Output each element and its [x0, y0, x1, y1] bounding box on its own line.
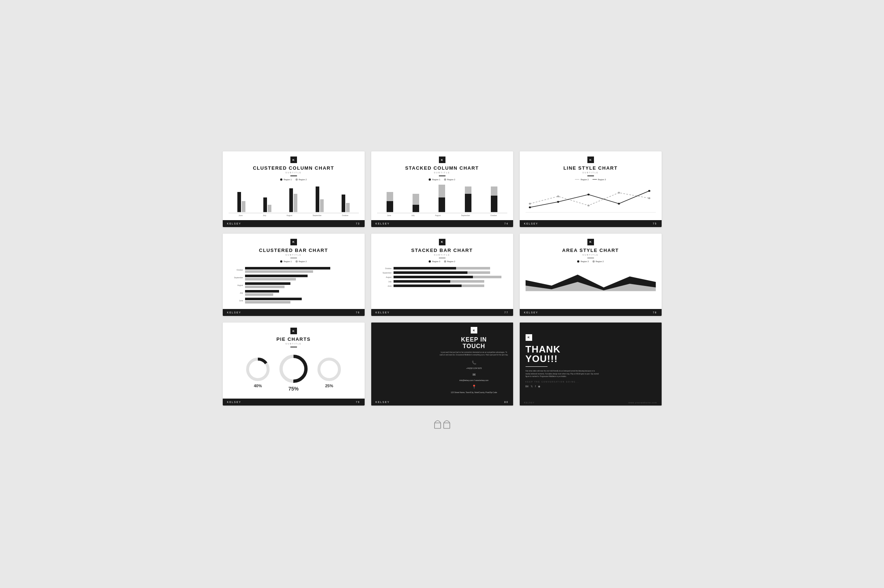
- svg-rect-30: [435, 423, 441, 428]
- slide-footer: KELSEY 78: [520, 309, 662, 316]
- slide-clustered-column: K CLUSTERED COLUMN CHART SUBTITLE Region…: [223, 152, 365, 227]
- bar-row-4: July: [228, 290, 359, 296]
- line-chart-svg: June July August September October: [525, 184, 656, 213]
- brand-logo: K: [587, 156, 594, 163]
- legend-line-1: [575, 179, 579, 180]
- slide-subtitle: SUBTITLE: [285, 171, 302, 174]
- y-label-1: October: [377, 267, 392, 270]
- y-label-2: September: [228, 276, 243, 279]
- bar-group-1: [387, 192, 393, 212]
- legend-item-1: Region 3: [429, 260, 440, 262]
- pie-item-1: 40%: [245, 357, 271, 388]
- svg-point-6: [528, 206, 531, 208]
- slide-subtitle: SUBTITLE: [582, 171, 599, 174]
- website: www.yourwebsite.com: [628, 402, 657, 404]
- slide-stacked-bar: K STACKED BAR CHART SUBTITLE Region 3 Re…: [371, 234, 513, 316]
- bar-segment-2: [456, 267, 490, 270]
- page-number: 75: [653, 222, 657, 225]
- brand-logo: K: [290, 328, 297, 334]
- brand-name: KELSEY: [524, 311, 538, 314]
- legend-dot-2: [444, 178, 446, 181]
- slide-footer: KELSEY 77: [371, 309, 513, 316]
- bar-segment-2: [467, 272, 490, 274]
- slide-footer: KELSEY 73: [223, 220, 365, 227]
- bar-h-r2: [245, 301, 290, 303]
- contact-email: ✉ info@kelsey.com // www.kelsey.com: [459, 372, 489, 382]
- brand-name: KELSEY: [524, 402, 535, 404]
- slide-pie-charts: K PIE CHARTS SUBTITLE 40%: [223, 322, 365, 405]
- legend-dot-1: [280, 260, 282, 262]
- legend-label-1: Region 1: [284, 178, 291, 181]
- svg-point-10: [648, 190, 650, 192]
- subtitle-divider: [439, 176, 446, 176]
- bar-group-1: [237, 192, 245, 212]
- legend-dot-2: [444, 260, 446, 262]
- svg-point-9: [618, 202, 620, 204]
- svg-text:October: October: [647, 294, 656, 295]
- bar-h-r2: [245, 270, 314, 273]
- pie-item-3: 25%: [317, 357, 342, 388]
- slide-subtitle: SUBTITLE: [285, 254, 302, 256]
- legend-item-2: Region 2: [296, 178, 307, 181]
- bar-h-r2: [245, 286, 285, 288]
- bar-segment-2: [450, 280, 484, 283]
- bar-h-r2: [245, 293, 273, 296]
- thankyou-content: K THANKYOU!!! Stat what slide cold near …: [520, 328, 605, 394]
- contact-address: 📍 123 Street Name, Town/City, Note/Count…: [451, 384, 497, 394]
- legend-item-2: Region 2: [593, 260, 604, 262]
- bar-r1: [413, 205, 419, 212]
- chart-bars: [228, 186, 359, 213]
- social-behance: Bē: [525, 385, 529, 388]
- pie-label-3: 25%: [325, 384, 333, 388]
- chart-legend: Region 3 Region 2: [577, 260, 603, 262]
- bar-group-3: [438, 184, 445, 212]
- svg-point-1: [528, 202, 531, 204]
- y-label-4: July: [228, 292, 243, 294]
- slide-title: STACKED BAR CHART: [411, 248, 473, 253]
- slide-subtitle: SUBTITLE: [434, 171, 450, 174]
- legend-dot-1: [429, 178, 431, 181]
- stacked-bar-2: [393, 272, 507, 274]
- slide-clustered-bar: K CLUSTERED BAR CHART SUBTITLE Region 1 …: [223, 234, 365, 316]
- page-number: 78: [653, 311, 657, 314]
- legend-line-2: [593, 179, 597, 180]
- subtitle-divider: [587, 258, 594, 258]
- brand-name: KELSEY: [227, 401, 242, 404]
- brand-name: KELSEY: [376, 401, 390, 404]
- bar-r1: [465, 194, 471, 212]
- legend-item-1: Region 1: [280, 260, 291, 262]
- bar-row-5: June: [377, 285, 507, 287]
- bar-segment-2: [473, 276, 501, 278]
- bar-r1: [387, 201, 393, 212]
- bar-segment-1: [393, 280, 450, 283]
- bar-row-3: August: [377, 276, 507, 278]
- svg-point-5: [648, 197, 650, 199]
- column-chart: June July August September October: [228, 184, 359, 216]
- y-label-4: July: [377, 280, 392, 283]
- slide-title: STACKED COLUMN CHART: [405, 165, 479, 171]
- pie-charts-container: 40% 75% 25%: [245, 353, 342, 392]
- brand-name: KELSEY: [227, 311, 242, 314]
- slide-subtitle: SUBTITLE: [434, 254, 450, 256]
- address-icon: 📍: [451, 384, 497, 390]
- chart-legend: Region 2 Region 3: [575, 178, 606, 181]
- social-twitter: 𝕏: [531, 385, 533, 388]
- bar-row-5: June: [228, 298, 359, 303]
- x-axis-labels: June July August September October: [228, 214, 359, 216]
- bar-row-3: August: [228, 282, 359, 288]
- legend-label-2: Region 2: [299, 178, 307, 181]
- social-instagram: ◉: [538, 385, 540, 388]
- slide-footer: KELSEY 75: [520, 220, 662, 227]
- legend-item-2: Region 2: [296, 260, 307, 262]
- x-label-2: July: [411, 214, 415, 216]
- brand-name: KELSEY: [524, 222, 538, 225]
- bar-r1: [289, 188, 293, 212]
- chart-legend: Region 3 Region 2: [429, 260, 455, 262]
- keep-conversation-text: KEEP THE CONVERSATION GOING...: [525, 381, 580, 383]
- bar-row-1: October: [228, 267, 359, 273]
- bottom-logo: [433, 417, 451, 429]
- svg-text:August: August: [585, 294, 594, 295]
- legend-label-1: Region 2: [581, 178, 588, 181]
- chart-legend: Region 1 Region 2: [429, 178, 455, 181]
- svg-text:September: September: [615, 294, 629, 295]
